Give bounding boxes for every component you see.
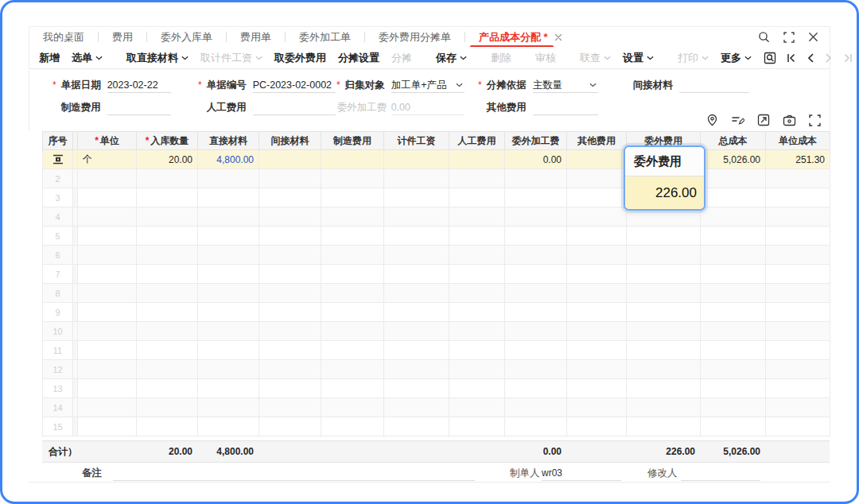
- empty-cell[interactable]: [567, 341, 627, 360]
- empty-cell[interactable]: [198, 417, 259, 436]
- empty-cell[interactable]: [259, 169, 321, 188]
- empty-cell[interactable]: [505, 284, 567, 303]
- empty-cell[interactable]: [198, 169, 259, 188]
- empty-cell[interactable]: [259, 284, 321, 303]
- empty-cell[interactable]: [321, 207, 384, 227]
- empty-cell[interactable]: [259, 207, 321, 227]
- empty-cell[interactable]: [505, 169, 567, 188]
- empty-cell[interactable]: [321, 284, 384, 303]
- empty-cell[interactable]: [137, 227, 198, 246]
- empty-cell[interactable]: [137, 284, 198, 303]
- empty-cell[interactable]: [259, 398, 321, 417]
- empty-cell[interactable]: [137, 341, 198, 360]
- empty-cell[interactable]: [384, 303, 449, 322]
- empty-cell[interactable]: [627, 341, 701, 360]
- more-button[interactable]: 更多: [721, 51, 752, 65]
- cell-total-cost[interactable]: 5,026.00: [701, 150, 766, 169]
- empty-cell[interactable]: [449, 246, 505, 265]
- prev-record-icon[interactable]: [807, 53, 814, 63]
- empty-cell[interactable]: [198, 341, 259, 360]
- cell-unit-cost[interactable]: 251.30: [766, 150, 830, 169]
- header-labor-fee[interactable]: 人工费用: [449, 132, 505, 150]
- first-record-icon[interactable]: [787, 53, 796, 63]
- empty-cell[interactable]: [449, 207, 505, 227]
- empty-cell[interactable]: [449, 227, 505, 246]
- grid-fullscreen-icon[interactable]: [809, 114, 821, 126]
- empty-cell[interactable]: [198, 284, 259, 303]
- empty-cell[interactable]: [449, 169, 505, 188]
- empty-cell[interactable]: [137, 188, 198, 207]
- empty-cell[interactable]: [137, 322, 198, 341]
- empty-cell[interactable]: [137, 246, 198, 265]
- empty-cell[interactable]: [78, 188, 137, 207]
- indirect-material-input[interactable]: [679, 78, 749, 93]
- empty-cell[interactable]: [567, 398, 627, 417]
- empty-cell[interactable]: [449, 341, 505, 360]
- chevron-down-icon[interactable]: [589, 83, 597, 87]
- empty-cell[interactable]: [701, 379, 766, 398]
- doc-number-input[interactable]: PC-2023-02-0002: [253, 78, 336, 93]
- empty-cell[interactable]: [321, 417, 384, 436]
- empty-cell[interactable]: [259, 303, 321, 322]
- header-outsourcing-process-fee[interactable]: 委外加工费: [505, 132, 567, 150]
- empty-cell[interactable]: [627, 265, 701, 284]
- empty-cell[interactable]: [701, 265, 766, 284]
- empty-cell[interactable]: [449, 322, 505, 341]
- empty-cell[interactable]: [137, 417, 198, 436]
- empty-cell[interactable]: [567, 227, 627, 246]
- tab-outsourcing-inbound[interactable]: 委外入库单: [147, 27, 226, 47]
- empty-cell[interactable]: [384, 417, 449, 436]
- empty-cell[interactable]: [567, 417, 627, 436]
- header-direct-material[interactable]: 直接材料: [198, 132, 259, 150]
- empty-cell[interactable]: [198, 398, 259, 417]
- empty-cell[interactable]: [505, 379, 567, 398]
- empty-cell[interactable]: [627, 303, 701, 322]
- empty-cell[interactable]: [766, 360, 830, 379]
- empty-cell[interactable]: [567, 379, 627, 398]
- empty-cell[interactable]: [321, 188, 384, 207]
- empty-cell[interactable]: [198, 227, 259, 246]
- locate-icon[interactable]: [706, 114, 718, 126]
- empty-cell[interactable]: [384, 169, 449, 188]
- empty-cell[interactable]: [321, 379, 384, 398]
- tab-expense-bill[interactable]: 费用单: [227, 27, 285, 47]
- empty-cell[interactable]: [384, 207, 449, 227]
- empty-cell[interactable]: [567, 360, 627, 379]
- doc-date-input[interactable]: 2023-02-22: [107, 78, 171, 93]
- empty-cell[interactable]: [505, 398, 567, 417]
- empty-cell[interactable]: [78, 379, 137, 398]
- empty-cell[interactable]: [766, 169, 830, 188]
- empty-cell[interactable]: [627, 360, 701, 379]
- empty-cell[interactable]: [766, 303, 830, 322]
- empty-cell[interactable]: [198, 360, 259, 379]
- empty-cell[interactable]: [627, 379, 701, 398]
- labor-fee-input[interactable]: [253, 100, 336, 115]
- empty-cell[interactable]: [701, 246, 766, 265]
- empty-cell[interactable]: [449, 417, 505, 436]
- header-piece-wage[interactable]: 计件工资: [384, 132, 449, 150]
- empty-cell[interactable]: [259, 341, 321, 360]
- empty-cell[interactable]: [384, 398, 449, 417]
- empty-cell[interactable]: [259, 322, 321, 341]
- empty-cell[interactable]: [78, 265, 137, 284]
- empty-cell[interactable]: [78, 398, 137, 417]
- close-icon[interactable]: [808, 32, 818, 42]
- allocation-settings-button[interactable]: 分摊设置: [338, 51, 379, 65]
- empty-cell[interactable]: [78, 169, 137, 188]
- cell-direct-material[interactable]: 4,800.00: [198, 150, 259, 169]
- empty-cell[interactable]: [384, 188, 449, 207]
- empty-cell[interactable]: [321, 398, 384, 417]
- cell-manufacture-fee[interactable]: [321, 150, 384, 169]
- empty-cell[interactable]: [321, 227, 384, 246]
- empty-cell[interactable]: [505, 360, 567, 379]
- empty-cell[interactable]: [567, 169, 627, 188]
- allocation-basis-select[interactable]: 主数量: [533, 78, 598, 93]
- empty-cell[interactable]: [701, 360, 766, 379]
- empty-cell[interactable]: [321, 322, 384, 341]
- empty-cell[interactable]: [567, 188, 627, 207]
- other-fee-input[interactable]: [533, 100, 598, 115]
- empty-cell[interactable]: [449, 379, 505, 398]
- empty-cell[interactable]: [449, 265, 505, 284]
- empty-cell[interactable]: [78, 284, 137, 303]
- empty-cell[interactable]: [137, 360, 198, 379]
